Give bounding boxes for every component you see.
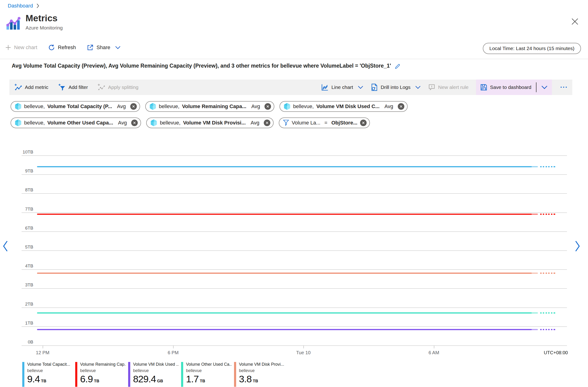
metric-pill[interactable]: bellevue,Volume VM Disk Used C...Avg [279, 101, 407, 112]
legend-value: 9.4TB [27, 374, 46, 385]
gridline [21, 288, 567, 289]
pill-aggregation: Avg [118, 120, 127, 126]
legend-metric-name: Volume Remaining Cap... [80, 362, 126, 367]
add-filter-button[interactable]: Add filter [58, 83, 88, 91]
pills-row-2: bellevue,Volume Other Used Capa...Avgbel… [11, 117, 408, 128]
y-axis-tick-label: 8TB [9, 187, 33, 193]
pill-scope: bellevue, [293, 103, 314, 110]
chart-series-line-dashed [540, 214, 556, 215]
legend-item[interactable]: Volume Remaining Cap...bellevue6.9TB [75, 362, 126, 387]
legend-metric-name: Volume VM Disk Used ... [133, 362, 179, 367]
pill-metric-name: Volume Other Used Capa... [47, 120, 113, 126]
drill-into-logs-label: Drill into Logs [381, 84, 410, 90]
pill-metric-name: Volume VM Disk Provisi... [183, 120, 246, 126]
close-button[interactable] [570, 17, 580, 26]
chart-series-line[interactable] [37, 312, 532, 313]
legend-value-unit: GB [157, 379, 163, 384]
pill-scope: bellevue, [24, 120, 45, 126]
remove-pill-button[interactable] [265, 103, 271, 110]
add-filter-icon [58, 83, 65, 91]
breadcrumb-chevron-icon [36, 3, 39, 8]
new-chart-label: New chart [14, 44, 37, 51]
apply-splitting-button[interactable]: Apply splitting [98, 83, 138, 91]
new-alert-rule-label: New alert rule [438, 84, 468, 90]
more-options-button[interactable]: ••• [559, 85, 569, 90]
metrics-app-icon [6, 16, 21, 31]
pill-metric-name: Volume VM Disk Used C... [316, 103, 379, 110]
save-to-dashboard-label: Save to dashboard [490, 84, 531, 90]
chevron-down-icon [541, 85, 548, 89]
legend-value-unit: TB [41, 379, 46, 384]
chart-series-line-dashed [540, 329, 556, 330]
x-axis-tick [303, 346, 304, 348]
drill-into-logs-button[interactable]: Drill into Logs [371, 83, 421, 91]
save-to-dashboard-button[interactable]: Save to dashboard [480, 84, 531, 91]
breadcrumb-dashboard-link[interactable]: Dashboard [8, 3, 33, 9]
chart-series-line[interactable] [37, 272, 532, 274]
gridline [21, 193, 567, 194]
remove-pill-button[interactable] [130, 103, 137, 110]
new-alert-rule-button[interactable]: New alert rule [428, 84, 468, 91]
new-chart-button[interactable]: New chart [5, 44, 37, 51]
legend-item[interactable]: Volume VM Disk Provi...bellevue3.8TB [234, 362, 285, 387]
remove-pill-button[interactable] [264, 119, 270, 126]
page-subtitle: Azure Monitoring [25, 25, 63, 31]
y-axis-tick-label: 0B [9, 340, 33, 345]
pills-container: bellevue,Volume Total Capacity (P...Avgb… [11, 101, 408, 128]
legend-color-bar [75, 362, 77, 387]
resource-cube-icon [150, 119, 157, 127]
drill-into-logs-icon [371, 83, 378, 91]
legend-metric-name: Volume Other Used Ca... [186, 362, 232, 367]
chevron-right-icon [574, 240, 581, 252]
gridline [21, 155, 567, 156]
refresh-button[interactable]: Refresh [48, 44, 76, 51]
resource-cube-icon [15, 103, 21, 110]
chart-series-line[interactable] [37, 166, 532, 167]
metric-pill[interactable]: bellevue,Volume Other Used Capa...Avg [11, 117, 141, 128]
chevron-left-icon [2, 240, 9, 252]
legend-resource-name: bellevue [186, 368, 202, 373]
x-axis-tick-label: 6 PM [168, 350, 179, 355]
remove-pill-button[interactable] [131, 119, 138, 126]
edit-title-button[interactable] [395, 63, 401, 69]
chart-series-line[interactable] [37, 214, 532, 215]
previous-chart-button[interactable] [2, 240, 9, 252]
remove-pill-button[interactable] [398, 103, 404, 110]
pills-row-1: bellevue,Volume Total Capacity (P...Avgb… [11, 101, 408, 112]
save-options-chevron-button[interactable] [541, 85, 548, 89]
add-metric-button[interactable]: Add metric [15, 83, 48, 91]
legend-item[interactable]: Volume Other Used Ca...bellevue1.7TB [181, 362, 232, 387]
filter-pill[interactable]: Volume La...=ObjStore... [279, 117, 370, 128]
chevron-down-icon [358, 86, 363, 89]
chart-series-line[interactable] [37, 329, 532, 330]
legend-resource-name: bellevue [133, 368, 149, 373]
toolbar-left: Add metric Add filter Apply splitting [15, 83, 138, 91]
x-axis-tick-label: 12 PM [36, 350, 49, 355]
gridline [21, 308, 567, 308]
x-axis-tick-label: Tue 10 [296, 350, 311, 355]
pill-scope: bellevue, [159, 103, 179, 110]
legend-metric-name: Volume VM Disk Provi... [239, 362, 284, 367]
pencil-icon [395, 63, 401, 69]
metric-pill[interactable]: bellevue,Volume VM Disk Provisi...Avg [146, 117, 274, 128]
chart-series-line-fade [531, 272, 538, 274]
gridline [21, 174, 567, 175]
legend-item[interactable]: Volume Total Capacit...bellevue9.4TB [22, 362, 73, 387]
legend-item[interactable]: Volume VM Disk Used ...bellevue829.4GB [128, 362, 179, 387]
resource-cube-icon [15, 119, 21, 127]
add-metric-label: Add metric [25, 84, 48, 90]
legend-value: 3.8TB [239, 374, 258, 385]
close-icon [572, 18, 578, 25]
time-range-picker[interactable]: Local Time: Last 24 hours (15 minutes) [483, 43, 581, 54]
metric-pill[interactable]: bellevue,Volume Remaining Capa...Avg [145, 101, 274, 112]
share-button[interactable]: Share [87, 44, 121, 51]
filter-field: Volume La... [292, 120, 320, 126]
gridline [21, 345, 567, 346]
remove-pill-button[interactable] [360, 119, 367, 126]
metric-pill[interactable]: bellevue,Volume Total Capacity (P...Avg [11, 101, 140, 112]
legend-value: 6.9TB [80, 374, 99, 385]
next-chart-button[interactable] [574, 240, 581, 252]
pill-aggregation: Avg [384, 103, 393, 110]
chart-type-selector[interactable]: Line chart [321, 83, 363, 91]
legend-value-number: 3.8 [239, 374, 252, 385]
